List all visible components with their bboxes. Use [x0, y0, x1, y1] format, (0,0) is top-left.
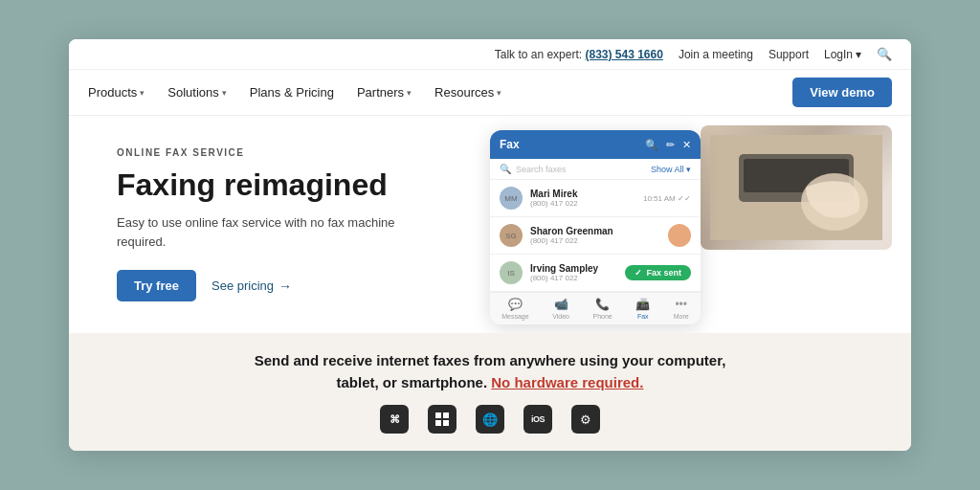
see-pricing-link[interactable]: See pricing →: [212, 278, 292, 294]
ios-icon: iOS: [523, 405, 552, 434]
web-icon: 🌐: [476, 405, 504, 434]
fax-label: Fax: [637, 313, 649, 320]
nav-solutions[interactable]: Solutions ▾: [167, 85, 226, 100]
fax-bottom-nav: 💬 Message 📹 Video 📞 Phone 📠 Fax: [490, 292, 701, 324]
talk-text: Talk to an expert: (833) 543 1660: [495, 48, 663, 61]
fax-contact-info-2: Sharon Greenman (800) 417 022: [530, 226, 613, 245]
video-icon: 📹: [554, 298, 568, 311]
phone-label: Phone: [592, 313, 612, 320]
main-window: Talk to an expert: (833) 543 1660 Join a…: [69, 39, 911, 451]
more-icon: •••: [675, 298, 687, 311]
support-link[interactable]: Support: [768, 48, 809, 61]
hero-title: Faxing reimagined: [117, 167, 442, 203]
windows-icon: [428, 405, 457, 434]
nav-video[interactable]: 📹 Video: [552, 298, 569, 320]
contact-name-1: Mari Mirek: [530, 189, 578, 199]
main-nav: Products ▾ Solutions ▾ Plans & Pricing P…: [69, 70, 911, 116]
fax-icon: 📠: [635, 298, 650, 311]
search-icon-app[interactable]: 🔍: [645, 139, 658, 151]
compose-icon[interactable]: ✏: [666, 139, 675, 151]
fax-app-header: Fax 🔍 ✏ ✕: [490, 130, 701, 159]
solutions-label: Solutions: [167, 85, 218, 100]
no-hardware-link[interactable]: No hardware required.: [491, 374, 643, 390]
fax-contact-info-1: Mari Mirek (800) 417 022: [530, 189, 578, 208]
fax-contact-info-3: Irving Sampley (800) 417 022: [530, 263, 598, 282]
photo-placeholder: [701, 125, 892, 250]
try-free-button[interactable]: Try free: [117, 270, 196, 301]
products-label: Products: [88, 85, 137, 100]
partners-label: Partners: [357, 85, 404, 100]
service-label: ONLINE FAX SERVICE: [117, 147, 442, 158]
fax-contact-1[interactable]: MM Mari Mirek (800) 417 022 10:51 AM ✓✓: [490, 180, 701, 217]
hero-right: Fax 🔍 ✏ ✕ 🔍 Search faxes Show All ▾ MM: [471, 116, 911, 333]
login-button[interactable]: LogIn ▾: [824, 48, 861, 61]
nav-plans[interactable]: Plans & Pricing: [250, 85, 334, 100]
avatar-mm: MM: [500, 187, 523, 210]
phone-number[interactable]: (833) 543 1660: [585, 48, 662, 61]
contact-number-1: (800) 417 022: [530, 199, 578, 208]
bottom-section: Send and receive internet faxes from any…: [69, 333, 911, 451]
avatar-is: IS: [500, 261, 523, 284]
message-icon: 💬: [508, 298, 523, 311]
fax-machine-photo: [701, 125, 892, 250]
chevron-partners-icon: ▾: [407, 88, 412, 98]
fax-search-bar: 🔍 Search faxes Show All ▾: [490, 159, 701, 180]
check-icon: ✓: [635, 268, 642, 278]
video-label: Video: [552, 313, 569, 320]
join-meeting-link[interactable]: Join a meeting: [679, 48, 753, 61]
fax-app-mockup: Fax 🔍 ✏ ✕ 🔍 Search faxes Show All ▾ MM: [490, 130, 701, 324]
bottom-text-line1: Send and receive internet faxes from any…: [255, 352, 726, 368]
view-demo-button[interactable]: View demo: [792, 78, 892, 107]
chevron-down-icon: ▾: [856, 48, 861, 61]
chevron-solutions-icon: ▾: [222, 88, 227, 98]
nav-partners[interactable]: Partners ▾: [357, 85, 412, 100]
fax-time-1: 10:51 AM ✓✓: [643, 194, 691, 203]
fax-sent-label: Fax sent: [646, 268, 681, 278]
svg-rect-4: [435, 412, 441, 418]
contact-number-3: (800) 417 022: [530, 274, 598, 282]
svg-rect-5: [443, 412, 449, 418]
hero-subtitle: Easy to use online fax service with no f…: [117, 213, 442, 251]
fax-contact-3[interactable]: IS Irving Sampley (800) 417 022 ✓ Fax se…: [490, 255, 701, 292]
fax-sent-badge: ✓ Fax sent: [625, 265, 691, 280]
search-icon[interactable]: 🔍: [877, 47, 892, 61]
nav-phone[interactable]: 📞 Phone: [592, 298, 612, 320]
nav-more[interactable]: ••• More: [674, 298, 689, 320]
resources-label: Resources: [434, 85, 494, 100]
phone-icon: 📞: [595, 298, 610, 311]
contact-name-3: Irving Sampley: [530, 263, 598, 274]
bottom-text-line2: tablet, or smartphone.: [337, 374, 488, 390]
svg-rect-7: [443, 420, 449, 426]
close-icon-app[interactable]: ✕: [682, 139, 691, 151]
contact-number-2: (800) 417 022: [530, 236, 613, 245]
sharon-avatar-circle: [666, 222, 693, 249]
more-label: More: [674, 313, 689, 320]
bottom-text: Send and receive internet faxes from any…: [107, 350, 873, 393]
chevron-products-icon: ▾: [140, 88, 145, 98]
top-bar: Talk to an expert: (833) 543 1660 Join a…: [69, 39, 911, 70]
macos-icon: ⌘: [380, 405, 409, 434]
chevron-resources-icon: ▾: [497, 88, 501, 98]
fax-photo-svg: [710, 135, 882, 240]
android-icon: ⚙: [571, 405, 600, 434]
search-text[interactable]: Search faxes: [516, 165, 567, 174]
message-label: Message: [501, 313, 528, 320]
nav-message[interactable]: 💬 Message: [501, 298, 528, 320]
login-label: LogIn: [824, 48, 853, 61]
fax-app-title: Fax: [500, 138, 520, 151]
nav-resources[interactable]: Resources ▾: [434, 85, 501, 100]
show-all-filter[interactable]: Show All ▾: [651, 165, 691, 174]
platform-icons: ⌘ 🌐 iOS ⚙: [107, 405, 873, 434]
see-pricing-label: See pricing: [212, 278, 274, 293]
avatar-sg: SG: [500, 224, 523, 247]
search-small-icon: 🔍: [500, 164, 511, 174]
talk-label: Talk to an expert:: [495, 48, 582, 61]
svg-rect-6: [435, 420, 441, 426]
nav-fax[interactable]: 📠 Fax: [635, 298, 650, 320]
fax-contact-2[interactable]: SG Sharon Greenman (800) 417 022 Mon ©: [490, 217, 701, 255]
nav-products[interactable]: Products ▾: [88, 85, 145, 100]
fax-app-icons: 🔍 ✏ ✕: [645, 139, 691, 151]
plans-label: Plans & Pricing: [250, 85, 334, 100]
hero-section: ONLINE FAX SERVICE Faxing reimagined Eas…: [69, 116, 911, 333]
nav-links: Products ▾ Solutions ▾ Plans & Pricing P…: [88, 85, 501, 100]
